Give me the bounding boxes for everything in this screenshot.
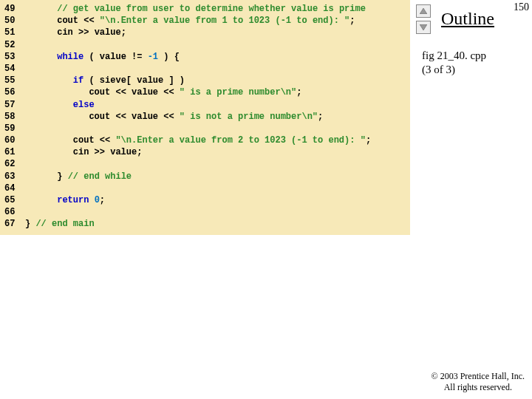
code-content: else bbox=[25, 99, 95, 111]
code-line: 54 bbox=[4, 63, 406, 75]
code-line: 63 } // end while bbox=[4, 171, 406, 183]
code-content: cout << value << " is not a prime number… bbox=[25, 111, 323, 123]
code-panel: 49 // get value from user to determine w… bbox=[0, 0, 410, 235]
svg-marker-1 bbox=[420, 24, 427, 30]
side-panel: Outline 150 fig 21_40. cpp (3 of 3) © 20… bbox=[410, 0, 532, 399]
code-line: 59 bbox=[4, 123, 406, 134]
code-line: 49 // get value from user to determine w… bbox=[4, 3, 406, 15]
line-number: 60 bbox=[4, 134, 25, 146]
code-content: while ( value != -1 ) { bbox=[25, 51, 180, 63]
svg-marker-0 bbox=[420, 8, 427, 14]
code-content: cout << "\n.Enter a value from 1 to 1023… bbox=[25, 15, 355, 27]
line-number: 49 bbox=[4, 3, 25, 15]
code-line: 58 cout << value << " is not a prime num… bbox=[4, 111, 406, 123]
code-line: 53 while ( value != -1 ) { bbox=[4, 51, 406, 63]
code-line: 52 bbox=[4, 39, 406, 51]
line-number: 64 bbox=[4, 183, 25, 194]
line-number: 67 bbox=[4, 218, 25, 230]
figure-filename: fig 21_40. cpp bbox=[422, 49, 486, 63]
line-number: 51 bbox=[4, 27, 25, 38]
code-line: 61 cin >> value; bbox=[4, 146, 406, 158]
figure-label: fig 21_40. cpp (3 of 3) bbox=[422, 49, 486, 77]
line-number: 66 bbox=[4, 206, 25, 218]
nav-down-button[interactable] bbox=[416, 21, 431, 34]
line-number: 54 bbox=[4, 63, 25, 75]
line-number: 65 bbox=[4, 194, 25, 206]
nav-buttons bbox=[416, 4, 431, 34]
nav-up-button[interactable] bbox=[416, 4, 431, 18]
line-number: 63 bbox=[4, 171, 25, 183]
copyright-line-1: © 2003 Prentice Hall, Inc. bbox=[432, 371, 525, 382]
code-line: 64 bbox=[4, 183, 406, 194]
code-content: cin >> value; bbox=[25, 27, 126, 38]
code-line: 51 cin >> value; bbox=[4, 27, 406, 38]
line-number: 61 bbox=[4, 146, 25, 158]
line-number: 58 bbox=[4, 111, 25, 123]
line-number: 59 bbox=[4, 123, 25, 134]
code-line: 60 cout << "\n.Enter a value from 2 to 1… bbox=[4, 134, 406, 146]
line-number: 53 bbox=[4, 51, 25, 63]
code-line: 55 if ( sieve[ value ] ) bbox=[4, 75, 406, 86]
page-number: 150 bbox=[514, 1, 529, 13]
outline-title: Outline bbox=[441, 9, 494, 29]
code-line: 66 bbox=[4, 206, 406, 218]
copyright-line-2: All rights reserved. bbox=[432, 382, 525, 393]
code-line: 65 return 0; bbox=[4, 194, 406, 206]
line-number: 56 bbox=[4, 86, 25, 98]
line-number: 57 bbox=[4, 99, 25, 111]
code-content: } // end while bbox=[25, 171, 132, 183]
line-number: 62 bbox=[4, 158, 25, 170]
code-line: 50 cout << "\n.Enter a value from 1 to 1… bbox=[4, 15, 406, 27]
code-content: // get value from user to determine whet… bbox=[25, 3, 366, 15]
code-content: cin >> value; bbox=[25, 146, 142, 158]
code-line: 56 cout << value << " is a prime number\… bbox=[4, 86, 406, 98]
triangle-up-icon bbox=[420, 8, 427, 14]
code-line: 62 bbox=[4, 158, 406, 170]
code-content: cout << value << " is a prime number\n"; bbox=[25, 86, 301, 98]
footer: © 2003 Prentice Hall, Inc. All rights re… bbox=[432, 371, 525, 393]
line-number: 50 bbox=[4, 15, 25, 27]
code-line: 57 else bbox=[4, 99, 406, 111]
code-line: 67} // end main bbox=[4, 218, 406, 230]
code-content: return 0; bbox=[25, 194, 105, 206]
code-content: cout << "\n.Enter a value from 2 to 1023… bbox=[25, 134, 371, 146]
triangle-down-icon bbox=[420, 24, 427, 30]
figure-part: (3 of 3) bbox=[422, 63, 486, 77]
code-content: } // end main bbox=[25, 218, 95, 230]
line-number: 52 bbox=[4, 39, 25, 51]
line-number: 55 bbox=[4, 75, 25, 86]
code-content: if ( sieve[ value ] ) bbox=[25, 75, 185, 86]
